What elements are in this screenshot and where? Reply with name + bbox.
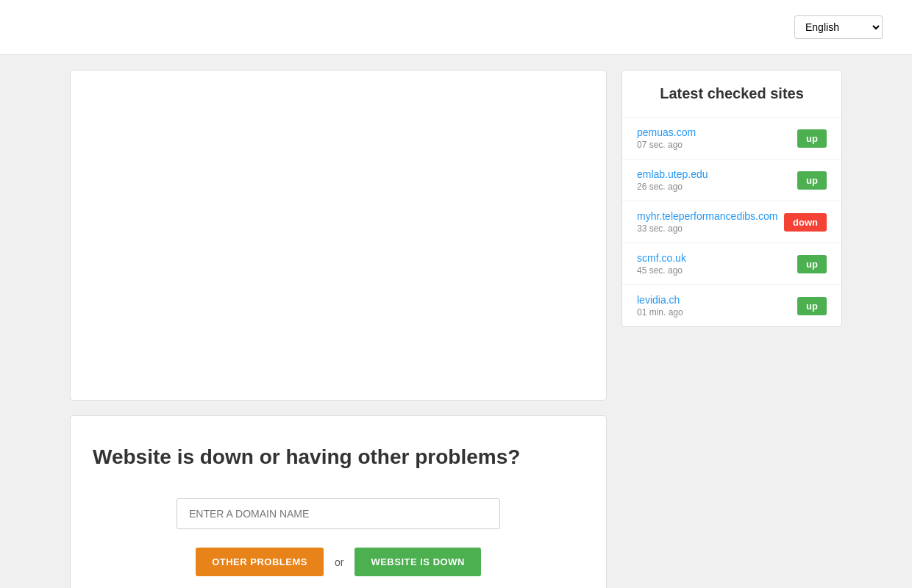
site-time: 07 sec. ago [637, 140, 696, 150]
latest-sites-header: Latest checked sites [622, 71, 841, 118]
site-row: myhr.teleperformancedibs.com33 sec. agod… [622, 201, 841, 243]
site-info: levidia.ch01 min. ago [637, 294, 683, 318]
site-link[interactable]: scmf.co.uk [637, 252, 686, 264]
other-problems-button[interactable]: OTHER PROBLEMS [196, 548, 324, 576]
sites-list: pemuas.com07 sec. agoupemlab.utep.edu26 … [622, 118, 841, 326]
site-time: 01 min. ago [637, 307, 683, 318]
site-link[interactable]: pemuas.com [637, 126, 696, 138]
right-panel: Latest checked sites pemuas.com07 sec. a… [621, 70, 842, 327]
domain-input[interactable] [177, 498, 500, 529]
status-badge: up [797, 255, 827, 273]
site-info: emlab.utep.edu26 sec. ago [637, 168, 708, 192]
site-time: 33 sec. ago [637, 223, 777, 234]
site-row: pemuas.com07 sec. agoup [622, 118, 841, 159]
site-link[interactable]: myhr.teleperformancedibs.com [637, 210, 777, 222]
buttons-row: OTHER PROBLEMS or WEBSITE IS DOWN [93, 548, 584, 576]
left-panel: Website is down or having other problems… [70, 70, 607, 588]
site-info: scmf.co.uk45 sec. ago [637, 252, 686, 276]
status-badge: down [784, 213, 827, 232]
site-link[interactable]: emlab.utep.edu [637, 168, 708, 180]
status-badge: up [797, 297, 827, 315]
site-info: myhr.teleperformancedibs.com33 sec. ago [637, 210, 777, 234]
latest-sites-title: Latest checked sites [637, 85, 827, 102]
problem-title: Website is down or having other problems… [93, 445, 584, 469]
latest-sites-box: Latest checked sites pemuas.com07 sec. a… [621, 70, 842, 327]
site-row: levidia.ch01 min. agoup [622, 285, 841, 326]
site-time: 45 sec. ago [637, 265, 686, 276]
status-badge: up [797, 171, 827, 190]
header: EnglishSpanishFrenchGermanPortuguese [0, 0, 912, 55]
or-label: or [335, 556, 343, 568]
main-layout: Website is down or having other problems… [0, 55, 912, 588]
site-info: pemuas.com07 sec. ago [637, 126, 696, 150]
site-link[interactable]: levidia.ch [637, 294, 683, 306]
website-is-down-button[interactable]: WEBSITE IS DOWN [355, 548, 480, 576]
domain-input-container [93, 498, 584, 529]
site-time: 26 sec. ago [637, 182, 708, 192]
problem-section: Website is down or having other problems… [70, 415, 607, 588]
site-row: scmf.co.uk45 sec. agoup [622, 243, 841, 285]
content-box [70, 70, 607, 401]
status-badge: up [797, 129, 827, 148]
language-select[interactable]: EnglishSpanishFrenchGermanPortuguese [794, 15, 883, 39]
site-row: emlab.utep.edu26 sec. agoup [622, 159, 841, 201]
